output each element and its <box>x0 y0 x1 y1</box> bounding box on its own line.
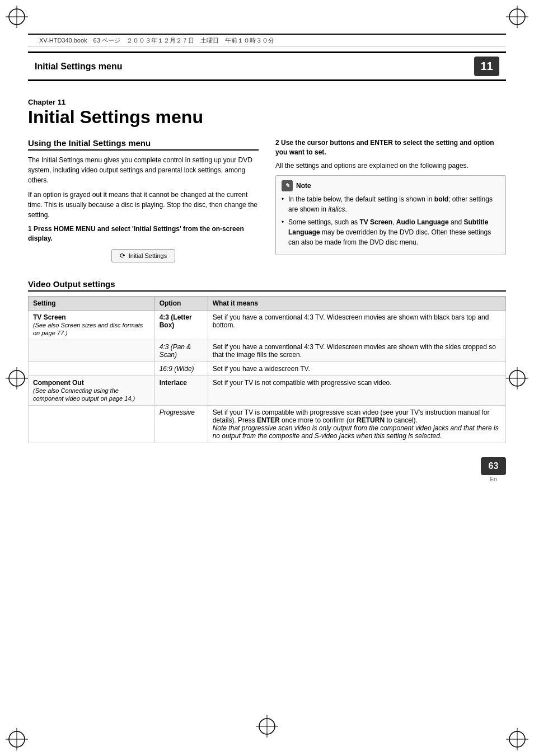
table-cell-setting-empty1 <box>29 340 155 361</box>
ui-button-container: ⟳ Initial Settings <box>28 249 259 262</box>
initial-settings-button: ⟳ Initial Settings <box>111 249 175 262</box>
step2-text: All the settings and options are explain… <box>275 161 506 171</box>
section-using-title: Using the Initial Settings menu <box>28 138 259 151</box>
reg-mark-mid-right <box>506 367 528 389</box>
reg-mark-mid-left <box>6 367 28 389</box>
table-row: Component Out (See also Connecting using… <box>29 375 506 405</box>
page-footer-block: 63 En <box>481 457 506 482</box>
setting-name-component: Component Out <box>33 379 84 387</box>
option-wide: 16:9 (Wide) <box>160 365 194 373</box>
reg-mark-top-right <box>506 6 528 28</box>
page-lang: En <box>481 476 506 482</box>
setting-name-tv: TV Screen <box>33 313 66 321</box>
two-column-section: Using the Initial Settings menu The Init… <box>28 138 506 268</box>
table-row: 16:9 (Wide) Set if you have a widescreen… <box>29 361 506 375</box>
table-cell-option-letterbox: 4:3 (Letter Box) <box>154 310 208 340</box>
reg-mark-bottom-left <box>6 728 28 750</box>
table-cell-option-progressive: Progressive <box>154 405 208 443</box>
table-cell-desc-progressive: Set if your TV is compatible with progre… <box>208 405 505 443</box>
video-output-title: Video Output settings <box>28 279 506 292</box>
table-header-setting: Setting <box>29 296 155 310</box>
step1-label: 1 Press HOME MENU and select 'Initial Se… <box>28 224 259 243</box>
column-left: Using the Initial Settings menu The Init… <box>28 138 259 268</box>
note-header: ✎ Note <box>282 180 500 191</box>
table-cell-setting-empty3 <box>29 405 155 443</box>
table-row: 4:3 (Pan & Scan) Set if you have a conve… <box>29 340 506 361</box>
chapter-number-badge: 11 <box>474 57 499 76</box>
table-cell-setting-empty2 <box>29 361 155 375</box>
section-using-para2: If an option is grayed out it means that… <box>28 190 259 220</box>
initial-settings-button-label: Initial Settings <box>129 252 167 259</box>
chapter-header: Initial Settings menu 11 <box>28 51 506 81</box>
page-footer: 63 En <box>28 457 506 482</box>
table-header-option: Option <box>154 296 208 310</box>
column-right: 2 Use the cursor buttons and ENTER to se… <box>275 138 506 268</box>
setting-sub-tv: (See also Screen sizes and disc formats … <box>33 322 143 336</box>
settings-table: Setting Option What it means TV Screen (… <box>28 296 506 443</box>
step2-label: 2 Use the cursor buttons and ENTER to se… <box>275 138 506 157</box>
option-letterbox: 4:3 (Letter Box) <box>160 313 192 329</box>
table-cell-desc-interlace: Set if your TV is not compatible with pr… <box>208 375 505 405</box>
chapter-main-title: Initial Settings menu <box>28 107 506 127</box>
table-cell-setting: TV Screen (See also Screen sizes and dis… <box>29 310 155 340</box>
option-panscan: 4:3 (Pan & Scan) <box>160 343 191 359</box>
note-item-1: In the table below, the default setting … <box>282 194 500 214</box>
table-cell-desc-panscan: Set if you have a conventional 4:3 TV. W… <box>208 340 505 361</box>
top-strip: XV-HTD340.book 63 ページ ２００３年１２月２７日 土曜日 午前… <box>28 34 506 47</box>
chapter-header-title: Initial Settings menu <box>35 62 474 72</box>
reg-mark-bottom-center <box>256 715 278 739</box>
section-using-para1: The Initial Settings menu gives you comp… <box>28 155 259 185</box>
table-row: Progressive Set if your TV is compatible… <box>29 405 506 443</box>
note-box: ✎ Note In the table below, the default s… <box>275 175 506 255</box>
initial-settings-icon: ⟳ <box>120 252 125 260</box>
table-header-what: What it means <box>208 296 505 310</box>
option-progressive: Progressive <box>160 408 195 416</box>
table-cell-option-panscan: 4:3 (Pan & Scan) <box>154 340 208 361</box>
option-interlace: Interlace <box>160 379 187 387</box>
note-item-2: Some settings, such as TV Screen, Audio … <box>282 217 500 247</box>
reg-mark-top-left <box>6 6 28 28</box>
chapter-label: Chapter 11 <box>28 98 506 106</box>
table-cell-option-wide: 16:9 (Wide) <box>154 361 208 375</box>
table-row: TV Screen (See also Screen sizes and dis… <box>29 310 506 340</box>
table-cell-setting-component: Component Out (See also Connecting using… <box>29 375 155 405</box>
setting-sub-component: (See also Connecting using the component… <box>33 387 135 402</box>
video-output-section: Video Output settings Setting Option Wha… <box>28 279 506 443</box>
table-cell-desc-letterbox: Set if you have a conventional 4:3 TV. W… <box>208 310 505 340</box>
main-content: Chapter 11 Initial Settings menu Using t… <box>28 81 506 449</box>
table-cell-desc-wide: Set if you have a widescreen TV. <box>208 361 505 375</box>
reg-mark-bottom-right <box>506 728 528 750</box>
table-cell-option-interlace: Interlace <box>154 375 208 405</box>
note-header-label: Note <box>296 182 311 190</box>
note-icon: ✎ <box>282 180 293 191</box>
page-number-badge: 63 <box>481 457 506 475</box>
